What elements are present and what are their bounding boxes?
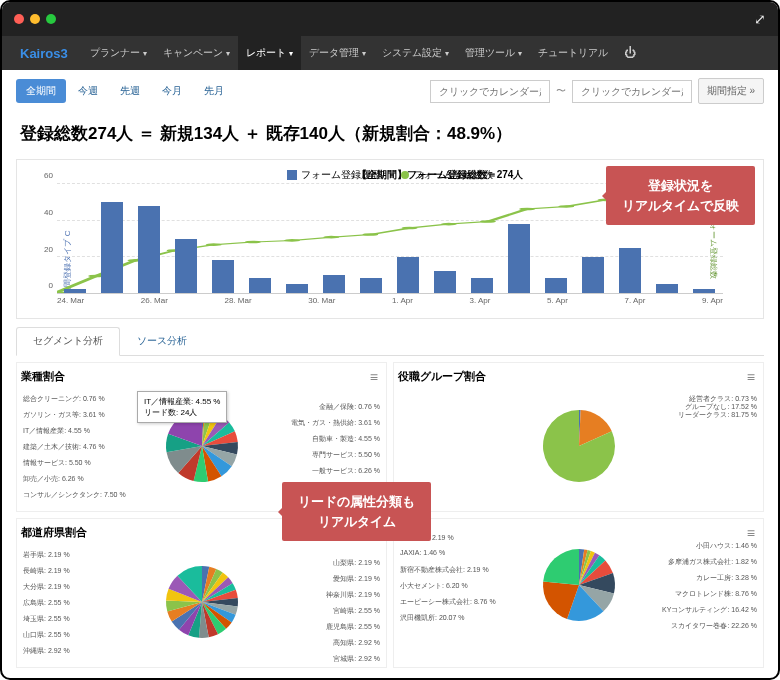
minimize-icon[interactable] xyxy=(30,14,40,24)
svg-point-9 xyxy=(402,227,418,230)
pie-label: 建築／土木／技術: 4.76 % xyxy=(23,442,105,452)
chart-menu-icon[interactable]: ≡ xyxy=(370,369,378,385)
svg-point-7 xyxy=(323,236,339,239)
pie-label: 宮城県: 2.92 % xyxy=(333,654,380,664)
svg-point-13 xyxy=(558,205,574,208)
bar[interactable] xyxy=(286,284,308,293)
pie-label: 卸売／小売: 6.26 % xyxy=(23,474,84,484)
menu-1[interactable]: キャンペーン ▾ xyxy=(155,36,238,70)
pie-label: 岩手県: 2.19 % xyxy=(23,550,70,560)
period-tab-0[interactable]: 全期間 xyxy=(16,79,66,103)
pie-label: 情報サービス: 5.50 % xyxy=(23,458,91,468)
bar[interactable] xyxy=(397,257,419,293)
pie-label: 沢田機凱所: 20.07 % xyxy=(400,613,465,623)
zoom-icon[interactable] xyxy=(46,14,56,24)
x-axis: 24. Mar26. Mar28. Mar30. Mar1. Apr3. Apr… xyxy=(57,296,723,314)
pie-label: リーダークラス: 81.75 % xyxy=(678,410,757,420)
pie-label: コンサル／シンクタンク: 7.50 % xyxy=(23,490,126,500)
pie-label: 一般サービス: 6.26 % xyxy=(312,466,380,476)
tab-segment[interactable]: セグメント分析 xyxy=(16,327,120,356)
close-icon[interactable] xyxy=(14,14,24,24)
pie-label: KYコンサルティング: 16.42 % xyxy=(662,605,757,615)
registration-chart: ≡ フォーム登録履歴 フォーム登録総数 【全期間】フォーム登録総数＝274人 日… xyxy=(16,159,764,319)
svg-point-4 xyxy=(206,243,222,246)
pie-company: ≡ 小学五社: 2.19 %小田ハウス: 1.46 %JAXIA: 1.46 %… xyxy=(393,518,764,668)
date-from-input[interactable] xyxy=(430,80,550,103)
pie-label: 愛知県: 2.19 % xyxy=(333,574,380,584)
pie-label: 電気・ガス・熱供給: 3.61 % xyxy=(291,418,380,428)
period-tab-2[interactable]: 先週 xyxy=(110,79,150,103)
bar[interactable] xyxy=(434,271,456,293)
bar[interactable] xyxy=(323,275,345,293)
pie-label: 山口県: 2.55 % xyxy=(23,630,70,640)
pie-label: 多摩浦ガス株式会社: 1.82 % xyxy=(668,557,757,567)
menu-6[interactable]: チュートリアル xyxy=(530,36,616,70)
pie-label: 小大セメント: 6.20 % xyxy=(400,581,468,591)
menu-2[interactable]: レポート ▾ xyxy=(238,36,301,70)
svg-point-6 xyxy=(284,239,300,242)
svg-point-8 xyxy=(362,233,378,236)
summary-heading: 登録総数274人 ＝ 新規134人 ＋ 既存140人（新規割合：48.9%） xyxy=(20,122,760,145)
content-area: 全期間今週先週今月先月 〜 期間指定 » 登録総数274人 ＝ 新規134人 ＋… xyxy=(2,70,778,678)
menu-3[interactable]: データ管理 ▾ xyxy=(301,36,374,70)
fullscreen-icon[interactable]: ⤢ xyxy=(754,11,766,27)
menu-5[interactable]: 管理ツール ▾ xyxy=(457,36,530,70)
period-tab-1[interactable]: 今週 xyxy=(68,79,108,103)
pie-label: 埼玉県: 2.55 % xyxy=(23,614,70,624)
chart-menu-icon[interactable]: ≡ xyxy=(747,369,755,385)
pie-tooltip: IT／情報産業: 4.55 %リード数: 24人 xyxy=(137,391,227,423)
bar[interactable] xyxy=(175,239,197,294)
bar[interactable] xyxy=(64,289,86,293)
pie-label: 総合クリーニング: 0.76 % xyxy=(23,394,105,404)
callout-lead-attr: リードの属性分類もリアルタイム xyxy=(282,482,431,541)
bar[interactable] xyxy=(101,202,123,293)
bar[interactable] xyxy=(656,284,678,293)
pie-label: 鹿児島県: 2.55 % xyxy=(326,622,380,632)
svg-point-10 xyxy=(441,223,457,226)
pie-label: 大分県: 2.19 % xyxy=(23,582,70,592)
bar[interactable] xyxy=(138,206,160,293)
bar[interactable] xyxy=(360,278,382,293)
apply-range-button[interactable]: 期間指定 » xyxy=(698,78,764,104)
date-tilde: 〜 xyxy=(556,84,566,98)
tab-source[interactable]: ソース分析 xyxy=(120,327,204,355)
pie-label: 広島県: 2.55 % xyxy=(23,598,70,608)
bar[interactable] xyxy=(471,278,493,293)
bar[interactable] xyxy=(212,260,234,293)
menu-0[interactable]: プランナー ▾ xyxy=(82,36,155,70)
pie-role: ≡ 役職グループ割合 経営者クラス: 0.73 %グループなし: 17.52 %… xyxy=(393,362,764,512)
pie-label: エーピーシー株式会社: 8.76 % xyxy=(400,597,496,607)
date-to-input[interactable] xyxy=(572,80,692,103)
pie-label: 自動車・製造: 4.55 % xyxy=(312,434,380,444)
y-ticks: 0 20 40 60 xyxy=(39,184,55,294)
pie-label: ガソリン・ガス等: 3.61 % xyxy=(23,410,105,420)
pie-label: IT／情報産業: 4.55 % xyxy=(23,426,90,436)
svg-point-12 xyxy=(519,208,535,211)
pie-title: 役職グループ割合 xyxy=(398,369,759,384)
period-filter: 全期間今週先週今月先月 〜 期間指定 » xyxy=(16,78,764,104)
bar[interactable] xyxy=(249,278,271,293)
bar[interactable] xyxy=(545,278,567,293)
pie-label: 宮崎県: 2.55 % xyxy=(333,606,380,616)
pie-label: マクロトレンド株: 8.76 % xyxy=(675,589,757,599)
period-tab-4[interactable]: 先月 xyxy=(194,79,234,103)
brand-logo: Kairos3 xyxy=(20,46,68,61)
pie-label: 金融／保険: 0.76 % xyxy=(319,402,380,412)
power-icon[interactable]: ⏻ xyxy=(624,46,636,60)
pie-label: 小田ハウス: 1.46 % xyxy=(696,541,757,551)
period-tab-3[interactable]: 今月 xyxy=(152,79,192,103)
pie-label: 神奈川県: 2.19 % xyxy=(326,590,380,600)
svg-point-5 xyxy=(245,241,261,244)
pie-label: 沖縄県: 2.92 % xyxy=(23,646,70,656)
bar[interactable] xyxy=(619,248,641,293)
chart-title: 【全期間】フォーム登録総数＝274人 xyxy=(357,168,524,182)
pie-label: 長崎県: 2.19 % xyxy=(23,566,70,576)
main-menu: Kairos3 プランナー ▾キャンペーン ▾レポート ▾データ管理 ▾システム… xyxy=(2,36,778,70)
pie-label: JAXIA: 1.46 % xyxy=(400,549,445,556)
menu-4[interactable]: システム設定 ▾ xyxy=(374,36,457,70)
bar[interactable] xyxy=(508,224,530,293)
callout-registration: 登録状況をリアルタイムで反映 xyxy=(606,166,755,225)
bar[interactable] xyxy=(693,289,715,293)
bar[interactable] xyxy=(582,257,604,293)
pie-label: 専門サービス: 5.50 % xyxy=(312,450,380,460)
